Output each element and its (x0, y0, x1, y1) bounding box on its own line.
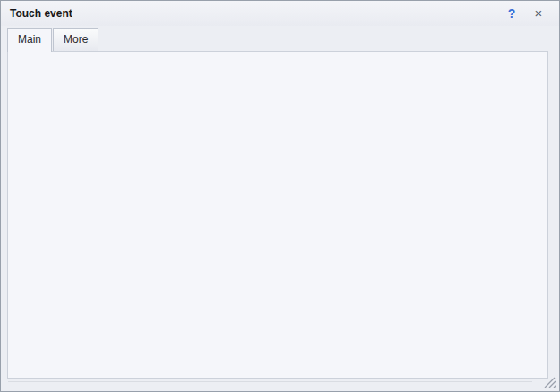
title-bar: Touch event ? × (1, 1, 559, 26)
tab-main[interactable]: Main (7, 28, 52, 52)
help-icon[interactable]: ? (504, 5, 520, 21)
dialog-title: Touch event (10, 7, 72, 20)
status-divider (8, 381, 532, 382)
tab-strip: Main More (7, 28, 99, 52)
touch-event-dialog: Touch event ? × Main More Select an even… (0, 0, 560, 392)
close-icon[interactable]: × (530, 5, 547, 21)
tab-more[interactable]: More (53, 28, 98, 51)
main-tab-page (7, 51, 548, 379)
